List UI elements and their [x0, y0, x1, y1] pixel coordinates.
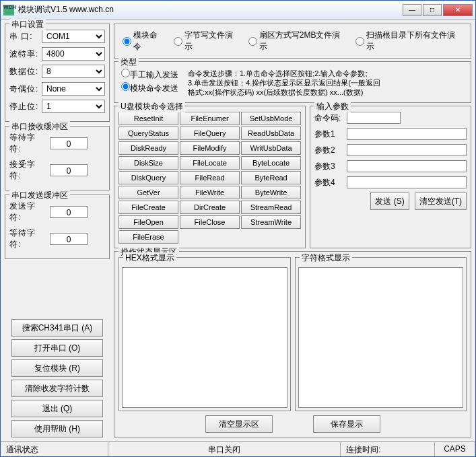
- cmd-filelocate[interactable]: FileLocate: [180, 156, 240, 170]
- left-panel: 串口设置 串 口:COM1 波特率:4800 数据位:8 奇偶位:None 停止…: [5, 24, 110, 437]
- cmd-grid: ResetInitFileEnumerSetUsbModeQueryStatus…: [118, 112, 301, 244]
- cmd-readusbdata[interactable]: ReadUsbData: [241, 127, 301, 140]
- char-display-area[interactable]: [298, 267, 464, 408]
- titlebar: WCH 模块调试V1.5 www.wch.cn — □ ✕: [1, 1, 475, 20]
- cmd-querystatus[interactable]: QueryStatus: [118, 127, 178, 140]
- param3-input[interactable]: [347, 160, 467, 172]
- param1-input[interactable]: [347, 128, 467, 140]
- right-panel: 模块命令 字节写文件演示 扇区方式写2MB文件演示 扫描根目录下所有文件演示 类…: [114, 24, 471, 437]
- wait-chars-label: 等待字符:: [9, 132, 47, 155]
- baud-select[interactable]: 4800: [42, 47, 105, 61]
- save-display-button[interactable]: 保存显示: [313, 415, 380, 433]
- param4-input[interactable]: [347, 176, 467, 188]
- send-button[interactable]: 发送 (S): [370, 192, 409, 210]
- wait-chars-label: 等待字符:: [9, 227, 47, 250]
- clear-count-button[interactable]: 清除收发字符计数: [11, 380, 103, 397]
- hex-display-col: HEX格式显示: [118, 257, 291, 411]
- mode-sector-write[interactable]: 扇区方式写2MB文件演示: [248, 30, 348, 52]
- port-select[interactable]: COM1: [42, 30, 105, 43]
- param2-input[interactable]: [347, 144, 467, 156]
- param1-label: 参数1: [314, 129, 343, 140]
- cmd-setusbmode[interactable]: SetUsbMode: [241, 112, 301, 125]
- cmd-resetinit[interactable]: ResetInit: [118, 112, 178, 125]
- comm-status: 通讯状态: [1, 442, 108, 456]
- type-group: 类型 手工输入发送 模块命令发送 命令发送步骤：1.单击命令选择区按钮;2.输入…: [114, 61, 471, 103]
- group-title: 输入参数: [314, 101, 351, 112]
- app-window: WCH 模块调试V1.5 www.wch.cn — □ ✕ 串口设置 串 口:C…: [0, 0, 476, 457]
- cmd-getver[interactable]: GetVer: [118, 186, 178, 199]
- window-title: 模块调试V1.5 www.wch.cn: [18, 4, 403, 15]
- cmd-bytewrite[interactable]: ByteWrite: [241, 186, 301, 199]
- databits-label: 数据位:: [9, 66, 39, 77]
- databits-select[interactable]: 8: [42, 65, 105, 78]
- cmd-filemodify[interactable]: FileModify: [180, 141, 240, 155]
- mode-module-cmd[interactable]: 模块命令: [123, 30, 166, 52]
- conn-time: 连接时间:: [341, 442, 435, 456]
- open-serial-button[interactable]: 打开串口 (O): [11, 339, 103, 357]
- mode-scan-root[interactable]: 扫描根目录下所有文件演示: [355, 30, 463, 52]
- group-title: 串口接收缓冲区: [9, 121, 70, 133]
- group-title: 串口发送缓冲区: [9, 190, 70, 201]
- hex-display-area[interactable]: [122, 267, 287, 408]
- close-button[interactable]: ✕: [443, 4, 473, 16]
- reset-module-button[interactable]: 复位模块 (R): [11, 359, 103, 377]
- cmd-select-group: U盘模块命令选择 ResetInitFileEnumerSetUsbModeQu…: [114, 106, 306, 248]
- search-serial-button[interactable]: 搜索CH341串口 (A): [11, 319, 103, 337]
- cmd-filewrite[interactable]: FileWrite: [180, 186, 240, 199]
- cmd-fileclose[interactable]: FileClose: [180, 215, 240, 229]
- type-module-cmd[interactable]: 模块命令发送: [121, 82, 178, 94]
- group-title: 串口设置: [9, 19, 46, 30]
- help-button[interactable]: 使用帮助 (H): [11, 420, 103, 437]
- cmd-fileread[interactable]: FileRead: [180, 171, 240, 184]
- stopbits-select[interactable]: 1: [42, 100, 105, 113]
- app-icon: WCH: [3, 5, 14, 15]
- cmd-writusbdata[interactable]: WritUsbData: [241, 141, 301, 155]
- cmd-disksize[interactable]: DiskSize: [118, 156, 178, 170]
- char-display-col: 字符格式显示: [295, 257, 467, 411]
- cmd-byteread[interactable]: ByteRead: [241, 171, 301, 184]
- statusbar: 通讯状态 串口关闭 连接时间: CAPS: [1, 442, 475, 456]
- parity-select[interactable]: None: [42, 82, 105, 96]
- param2-label: 参数2: [314, 145, 343, 156]
- port-label: 串 口:: [9, 31, 39, 42]
- maximize-button[interactable]: □: [423, 4, 442, 16]
- caps-indicator: CAPS: [435, 442, 475, 456]
- cmd-streamwrite[interactable]: StreamWrite: [241, 215, 301, 229]
- exit-button[interactable]: 退出 (Q): [11, 400, 103, 417]
- cmd-filecreate[interactable]: FileCreate: [118, 201, 178, 214]
- serial-settings-group: 串口设置 串 口:COM1 波特率:4800 数据位:8 奇偶位:None 停止…: [5, 24, 110, 122]
- parity-label: 奇偶位:: [9, 83, 39, 95]
- cmd-diskready[interactable]: DiskReady: [118, 141, 178, 155]
- baud-label: 波特率:: [9, 48, 39, 60]
- char-title: 字符格式显示: [300, 252, 352, 264]
- recv-chars-label: 接受字符:: [9, 159, 47, 182]
- cmd-code-input[interactable]: [347, 112, 401, 124]
- param3-label: 参数3: [314, 161, 343, 172]
- cmd-bytelocate[interactable]: ByteLocate: [241, 156, 301, 170]
- send-buffer-group: 串口发送缓冲区 发送字符:0 等待字符:0: [5, 195, 110, 259]
- window-body: 串口设置 串 口:COM1 波特率:4800 数据位:8 奇偶位:None 停止…: [1, 20, 475, 442]
- send-chars-label: 发送字符:: [9, 201, 47, 223]
- clear-send-button[interactable]: 清空发送(T): [415, 192, 467, 210]
- cmd-code-label: 命令码:: [314, 112, 343, 124]
- send-chars-count: 0: [50, 206, 88, 218]
- cmd-fileopen[interactable]: FileOpen: [118, 215, 178, 229]
- param4-label: 参数4: [314, 177, 343, 188]
- cmd-filequery[interactable]: FileQuery: [180, 127, 240, 140]
- wait-chars-count: 0: [50, 233, 88, 245]
- recv-chars-count: 0: [50, 164, 88, 176]
- cmd-fileenumer[interactable]: FileEnumer: [180, 112, 240, 125]
- clear-display-button[interactable]: 清空显示区: [205, 415, 273, 433]
- cmd-dircreate[interactable]: DirCreate: [180, 201, 240, 214]
- serial-status: 串口关闭: [108, 442, 341, 456]
- mode-radios: 模块命令 字节写文件演示 扇区方式写2MB文件演示 扫描根目录下所有文件演示: [118, 27, 467, 55]
- cmd-fileerase[interactable]: FileErase: [118, 230, 178, 244]
- type-manual-input[interactable]: 手工输入发送: [121, 69, 178, 81]
- mode-group: 模块命令 字节写文件演示 扇区方式写2MB文件演示 扫描根目录下所有文件演示: [114, 24, 471, 59]
- cmd-streamread[interactable]: StreamRead: [241, 201, 301, 214]
- window-controls: — □ ✕: [403, 4, 473, 16]
- minimize-button[interactable]: —: [403, 4, 421, 16]
- wait-chars-count: 0: [50, 137, 88, 149]
- cmd-diskquery[interactable]: DiskQuery: [118, 171, 178, 184]
- mode-byte-write[interactable]: 字节写文件演示: [174, 30, 240, 52]
